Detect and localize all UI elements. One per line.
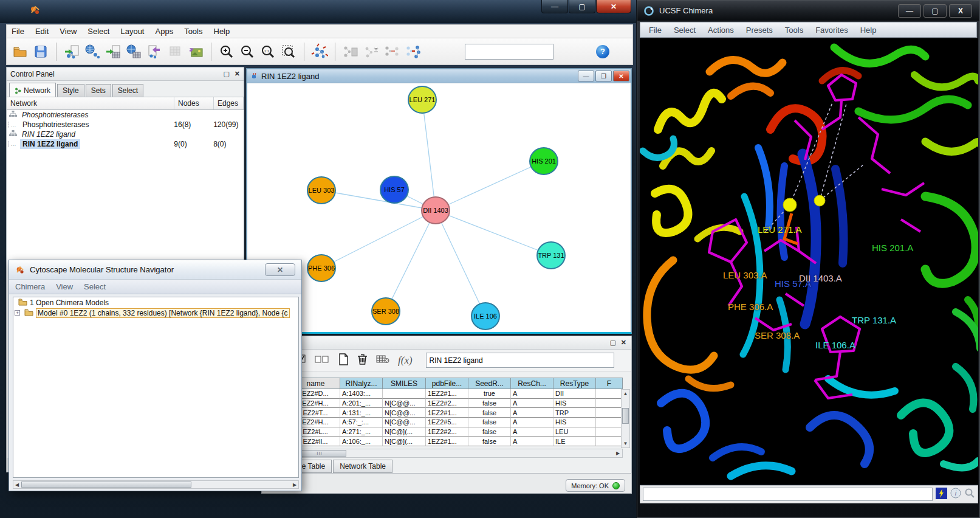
chimera-command-input[interactable] (643, 488, 933, 501)
menu-tools[interactable]: Tools (184, 27, 202, 36)
menu-help[interactable]: Help (214, 27, 230, 36)
tab-network-table[interactable]: Network Table (333, 460, 392, 473)
open-file-icon[interactable] (12, 43, 29, 60)
cytoscape-titlebar[interactable]: — ▢ ✕ (0, 0, 636, 23)
chimera-minimize-button[interactable]: — (898, 4, 921, 18)
search-input[interactable] (465, 44, 553, 60)
menu-edit[interactable]: Edit (35, 27, 49, 36)
edge[interactable] (422, 100, 436, 210)
command-run-icon[interactable] (936, 488, 947, 502)
mdi-restore-button[interactable]: ❐ (595, 71, 612, 81)
navigator-scroll-thumb[interactable] (21, 482, 191, 488)
close-table-panel-icon[interactable]: ✕ (621, 339, 626, 347)
node-ile-106[interactable]: ILE 106 (471, 303, 499, 330)
column-header-pdbfile-[interactable]: pdbFile... (426, 378, 468, 389)
tree-item[interactable]: +Model #0 1EZ2 (1 chains, 332 residues) … (13, 308, 298, 318)
tab-select[interactable]: Select (112, 84, 143, 97)
node-leu-271[interactable]: LEU 271 (408, 86, 436, 113)
menu-file[interactable]: File (12, 27, 24, 36)
float-panel-icon[interactable]: ▢ (223, 70, 229, 78)
help-icon[interactable]: ? (596, 45, 609, 58)
column-header-smiles[interactable]: SMILES (383, 378, 426, 389)
export-image-icon[interactable] (187, 43, 204, 60)
delete-column-icon[interactable] (357, 353, 368, 368)
column-header-resch-[interactable]: ResCh... (511, 378, 553, 389)
table-row[interactable]: EZ2#Il...A:106:_...N[C@](...1EZ2#1...fal… (291, 437, 623, 446)
navigator-horizontal-scrollbar[interactable]: ◀ ▶ (13, 480, 299, 489)
import-table-url-icon[interactable] (125, 43, 142, 60)
table-vertical-scrollbar[interactable]: ▲ ▼ (621, 389, 630, 448)
column-header-seedr-[interactable]: SeedR... (468, 378, 511, 389)
edge[interactable] (321, 210, 436, 268)
float-table-panel-icon[interactable]: ▢ (609, 339, 615, 347)
scroll-down-icon[interactable]: ▼ (622, 440, 629, 447)
node-his-201[interactable]: HIS 201 (530, 148, 558, 174)
mdi-minimize-button[interactable]: — (578, 71, 594, 81)
edge[interactable] (436, 210, 485, 316)
magnifier-icon[interactable] (964, 488, 975, 501)
node-his-57[interactable]: HIS 57 (380, 176, 408, 203)
table-row[interactable]: EZ2#D...A:1403:...1EZ2#1...trueADII (291, 389, 623, 399)
network-row[interactable]: ┆…RIN 1EZ2 ligand9(0)8(0) (7, 139, 244, 149)
edge[interactable] (321, 190, 436, 210)
vertical-scroll-thumb[interactable] (622, 408, 629, 424)
tab-network[interactable]: Network (9, 83, 56, 97)
scroll-left-icon[interactable]: ◀ (13, 481, 21, 488)
scroll-up-icon[interactable]: ▲ (622, 390, 629, 398)
network-row[interactable]: ┆…Phosphotriesterases16(8)120(99) (7, 120, 244, 130)
menu-view[interactable]: View (60, 27, 77, 36)
network-graph[interactable]: LEU 271HIS 201LEU 303HIS 57DII 1403TRP 1… (247, 83, 629, 333)
column-edges[interactable]: Edges (214, 97, 244, 109)
memory-status-button[interactable]: Memory: OK (566, 479, 625, 492)
chimera-menu-favorites[interactable]: Favorites (815, 26, 848, 35)
delete-table-icon[interactable] (376, 354, 389, 366)
tab-style[interactable]: Style (57, 84, 84, 97)
close-panel-icon[interactable]: ✕ (235, 70, 240, 78)
navigator-menu-view[interactable]: View (56, 282, 73, 291)
navigator-titlebar[interactable]: Cytoscape Molecular Structure Navigator … (9, 260, 301, 280)
table-row[interactable]: EZ2#H...A:201:_...N[C@@...1EZ2#2...false… (291, 399, 623, 409)
new-column-icon[interactable] (338, 353, 349, 368)
import-network-file-icon[interactable] (63, 43, 80, 60)
navigator-menu-select[interactable]: Select (84, 282, 106, 291)
menu-select[interactable]: Select (87, 27, 109, 36)
menu-apps[interactable]: Apps (156, 27, 174, 36)
network-row[interactable]: RIN 1EZ2 ligand (7, 130, 244, 139)
column-header-rinalyz-[interactable]: RINalyz... (340, 378, 383, 389)
column-nodes[interactable]: Nodes (174, 97, 214, 109)
save-session-icon[interactable] (32, 43, 49, 60)
column-header-restype[interactable]: ResType (553, 378, 596, 389)
scroll-right-icon[interactable]: ▶ (614, 449, 622, 457)
edge[interactable] (436, 210, 551, 255)
network-view-titlebar[interactable]: RIN 1EZ2 ligand — ❐ ✕ (247, 69, 631, 83)
expand-icon[interactable]: + (15, 310, 20, 316)
import-network-url-icon[interactable] (84, 43, 101, 60)
close-button[interactable]: ✕ (596, 0, 631, 13)
table-row[interactable]: EZ2#L...A:271:_...N[C@](...1EZ2#2...fals… (291, 427, 623, 437)
navigator-menu-chimera[interactable]: Chimera (15, 282, 45, 291)
network-row[interactable]: Phosphotriesterases (7, 110, 244, 120)
clone-network-icon[interactable] (404, 43, 421, 60)
node-ser-308[interactable]: SER 308 (372, 298, 400, 325)
table-horizontal-scrollbar[interactable]: III ▶ (291, 449, 623, 458)
table-row[interactable]: EZ2#T...A:131:_...N[C@@...1EZ2#1...false… (291, 408, 623, 418)
export-network-icon[interactable] (146, 43, 163, 60)
tree-item[interactable]: 1 Open Chimera Models (13, 297, 298, 308)
chimera-maximize-button[interactable]: ▢ (923, 4, 947, 18)
node-trp-131[interactable]: TRP 131 (537, 242, 565, 269)
chimera-menu-tools[interactable]: Tools (785, 26, 803, 35)
info-icon[interactable]: i (950, 488, 961, 501)
chimera-menu-select[interactable]: Select (674, 26, 696, 35)
node-phe-306[interactable]: PHE 306 (307, 255, 335, 281)
column-network[interactable]: Network (7, 97, 174, 109)
edge[interactable] (436, 161, 544, 210)
chimera-menu-help[interactable]: Help (860, 26, 877, 35)
mdi-close-button[interactable]: ✕ (613, 71, 629, 81)
chimera-menu-actions[interactable]: Actions (708, 26, 734, 35)
zoom-fit-icon[interactable]: 1:1 (259, 43, 276, 60)
import-table-file-icon[interactable] (105, 43, 122, 60)
chimera-close-button[interactable]: X (949, 4, 972, 18)
scroll-right-icon[interactable]: ▶ (291, 481, 298, 488)
table-row[interactable]: EZ2#H...A:57:_:...N[C@@...1EZ2#5...false… (291, 418, 623, 427)
chimera-menu-file[interactable]: File (649, 26, 662, 35)
